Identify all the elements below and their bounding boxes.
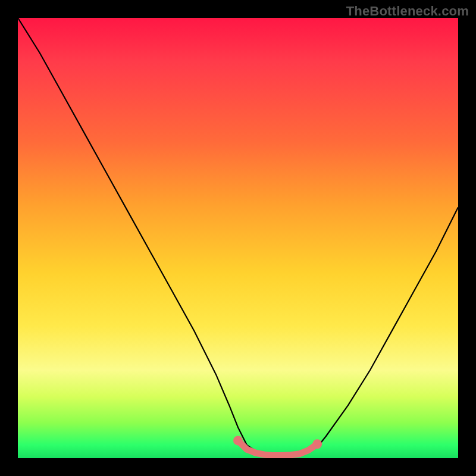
- plot-area: [18, 18, 458, 458]
- trough-endpoint: [312, 439, 322, 449]
- watermark-label: TheBottleneck.com: [346, 4, 469, 19]
- trough-highlight: [238, 440, 317, 455]
- trough-endpoint: [233, 436, 243, 445]
- chart-stage: TheBottleneck.com: [0, 0, 476, 476]
- curve-layer: [18, 18, 458, 458]
- bottleneck-curve: [18, 18, 458, 456]
- bottom-markers: [233, 436, 322, 455]
